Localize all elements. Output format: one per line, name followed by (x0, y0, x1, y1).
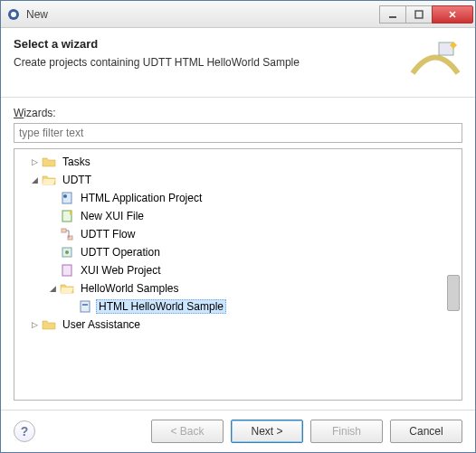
filter-input[interactable] (14, 123, 462, 143)
svg-rect-3 (415, 11, 423, 18)
tree-item-html-helloworld-sample[interactable]: · HTML HelloWorld Sample (14, 297, 462, 316)
tree-item-helloworld-samples[interactable]: ◢ HelloWorld Samples (14, 279, 462, 297)
close-button[interactable] (432, 5, 473, 24)
scrollbar[interactable] (447, 275, 460, 311)
wizard-description: Create projects containing UDTT HTML Hel… (14, 56, 300, 69)
folder-open-icon (42, 173, 56, 187)
help-icon[interactable]: ? (14, 420, 35, 442)
collapse-icon[interactable]: ◢ (29, 175, 40, 184)
tree-item-udtt-flow[interactable]: · UDTT Flow (14, 225, 462, 243)
folder-icon (42, 155, 56, 169)
app-icon (6, 7, 21, 22)
finish-button[interactable]: Finish (310, 420, 383, 443)
tree-item-tasks[interactable]: ▷ Tasks (14, 153, 462, 171)
wizard-header: Select a wizard Create projects containi… (1, 28, 475, 98)
button-bar: ? < Back Next > Finish Cancel (1, 410, 475, 452)
flow-icon (60, 227, 74, 241)
tree-item-new-xui-file[interactable]: · New XUI File (14, 207, 462, 225)
maximize-button[interactable] (405, 5, 433, 24)
expand-icon[interactable]: ▷ (29, 320, 40, 329)
cancel-button[interactable]: Cancel (390, 420, 462, 443)
svg-rect-16 (82, 304, 88, 306)
sample-icon (78, 299, 92, 314)
titlebar[interactable]: New (1, 1, 475, 28)
xui-file-icon (60, 209, 74, 223)
expand-icon[interactable]: ▷ (29, 157, 40, 166)
wizard-heading: Select a wizard (14, 37, 300, 51)
tree-item-udtt[interactable]: ◢ UDTT (14, 171, 462, 189)
folder-open-icon (60, 281, 74, 296)
tree-item-xui-web-project[interactable]: · XUI Web Project (14, 261, 462, 279)
operation-icon (60, 245, 74, 260)
tree-item-user-assistance[interactable]: ▷ User Assistance (14, 316, 462, 334)
dialog-new-wizard: New Select a wizard Create projects cont… (0, 0, 476, 453)
window-title: New (26, 8, 380, 21)
svg-point-7 (63, 194, 67, 198)
wizard-tree[interactable]: ▷ Tasks ◢ UDTT · HTML Application Projec… (14, 148, 462, 401)
tree-item-udtt-operation[interactable]: · UDTT Operation (14, 243, 462, 261)
svg-rect-2 (389, 16, 396, 18)
folder-icon (42, 317, 56, 332)
svg-point-13 (65, 250, 69, 254)
svg-point-1 (11, 12, 16, 17)
collapse-icon[interactable]: ◢ (47, 284, 58, 293)
wizards-label: Wizards: (14, 107, 462, 119)
next-button[interactable]: Next > (231, 420, 303, 443)
web-project-icon (60, 263, 74, 278)
svg-rect-10 (62, 229, 66, 232)
tree-item-html-app-project[interactable]: · HTML Application Project (14, 189, 462, 207)
file-icon (60, 191, 74, 205)
svg-rect-6 (62, 193, 71, 203)
wizard-banner-icon (408, 37, 462, 84)
svg-rect-14 (62, 265, 71, 276)
minimize-button[interactable] (379, 5, 406, 24)
svg-rect-15 (81, 301, 90, 312)
back-button[interactable]: < Back (151, 420, 224, 443)
